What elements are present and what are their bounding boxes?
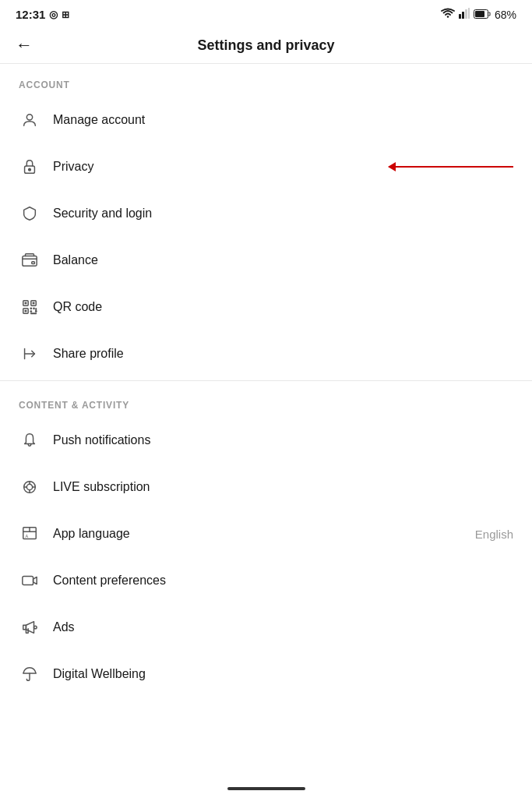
video-icon xyxy=(19,570,41,591)
menu-item-push-notifications[interactable]: Push notifications xyxy=(0,417,532,464)
page-header: ← Settings and privacy xyxy=(0,27,532,64)
svg-rect-3 xyxy=(468,8,470,19)
lock-icon xyxy=(19,156,41,178)
status-bar: 12:31 ◎ ⊞ 6 xyxy=(0,0,532,27)
push-notifications-label: Push notifications xyxy=(53,433,513,447)
back-button[interactable]: ← xyxy=(16,37,33,54)
svg-rect-9 xyxy=(23,256,37,267)
person-icon xyxy=(19,109,41,131)
menu-item-share-profile[interactable]: Share profile xyxy=(0,330,532,377)
grid-icon: ⊞ xyxy=(62,9,69,20)
status-icons: 68% xyxy=(441,8,516,21)
menu-item-app-language[interactable]: A App language English xyxy=(0,510,532,557)
battery-icon xyxy=(474,9,491,21)
menu-item-content-preferences[interactable]: Content preferences xyxy=(0,557,532,604)
manage-account-label: Manage account xyxy=(53,113,513,127)
share-profile-label: Share profile xyxy=(53,347,513,361)
battery-percent: 68% xyxy=(495,9,516,21)
wifi-icon xyxy=(441,8,455,21)
svg-point-8 xyxy=(29,168,31,171)
svg-rect-16 xyxy=(25,310,27,312)
svg-point-31 xyxy=(34,626,37,629)
svg-point-6 xyxy=(26,115,32,120)
svg-rect-0 xyxy=(459,14,461,19)
live-subscription-label: LIVE subscription xyxy=(53,480,513,494)
live-icon xyxy=(19,476,41,498)
qr-icon xyxy=(19,296,41,318)
signal-icon xyxy=(459,8,470,21)
svg-rect-15 xyxy=(33,302,35,305)
bell-icon xyxy=(19,429,41,451)
svg-rect-5 xyxy=(475,11,484,17)
megaphone-icon xyxy=(19,616,41,638)
wallet-icon xyxy=(19,249,41,271)
svg-rect-10 xyxy=(32,262,35,264)
menu-item-manage-account[interactable]: Manage account xyxy=(0,97,532,143)
status-time: 12:31 ◎ ⊞ xyxy=(16,8,69,21)
umbrella-icon xyxy=(19,663,41,685)
content-activity-section-label: CONTENT & ACTIVITY xyxy=(0,384,532,417)
share-icon xyxy=(19,343,41,365)
svg-rect-2 xyxy=(465,9,467,19)
menu-item-digital-wellbeing[interactable]: Digital Wellbeing xyxy=(0,651,532,697)
menu-item-privacy[interactable]: Privacy xyxy=(0,143,532,190)
ads-label: Ads xyxy=(53,620,513,634)
account-section-label: ACCOUNT xyxy=(0,64,532,97)
svg-point-25 xyxy=(26,484,32,489)
privacy-arrow-annotation xyxy=(389,166,513,168)
svg-rect-1 xyxy=(462,12,464,19)
time-display: 12:31 xyxy=(16,8,45,21)
menu-item-live-subscription[interactable]: LIVE subscription xyxy=(0,464,532,510)
shield-icon xyxy=(19,203,41,224)
menu-item-ads[interactable]: Ads xyxy=(0,604,532,651)
balance-label: Balance xyxy=(53,253,513,267)
home-indicator xyxy=(227,787,305,790)
section-divider xyxy=(0,380,532,381)
circle-icon: ◎ xyxy=(49,9,58,20)
page-title: Settings and privacy xyxy=(45,37,487,54)
content-activity-section: CONTENT & ACTIVITY Push notifications LI… xyxy=(0,384,532,697)
app-language-value: English xyxy=(475,528,513,541)
svg-rect-14 xyxy=(25,302,27,305)
account-section: ACCOUNT Manage account Privacy xyxy=(0,64,532,377)
language-icon: A xyxy=(19,523,41,545)
menu-item-balance[interactable]: Balance xyxy=(0,237,532,284)
menu-item-qr-code[interactable]: QR code xyxy=(0,284,532,330)
menu-item-security-login[interactable]: Security and login xyxy=(0,190,532,237)
app-language-label: App language xyxy=(53,527,475,541)
svg-rect-30 xyxy=(23,577,33,585)
digital-wellbeing-label: Digital Wellbeing xyxy=(53,667,513,681)
svg-text:A: A xyxy=(26,534,29,538)
qr-code-label: QR code xyxy=(53,300,513,314)
content-preferences-label: Content preferences xyxy=(53,574,513,588)
security-login-label: Security and login xyxy=(53,207,513,221)
